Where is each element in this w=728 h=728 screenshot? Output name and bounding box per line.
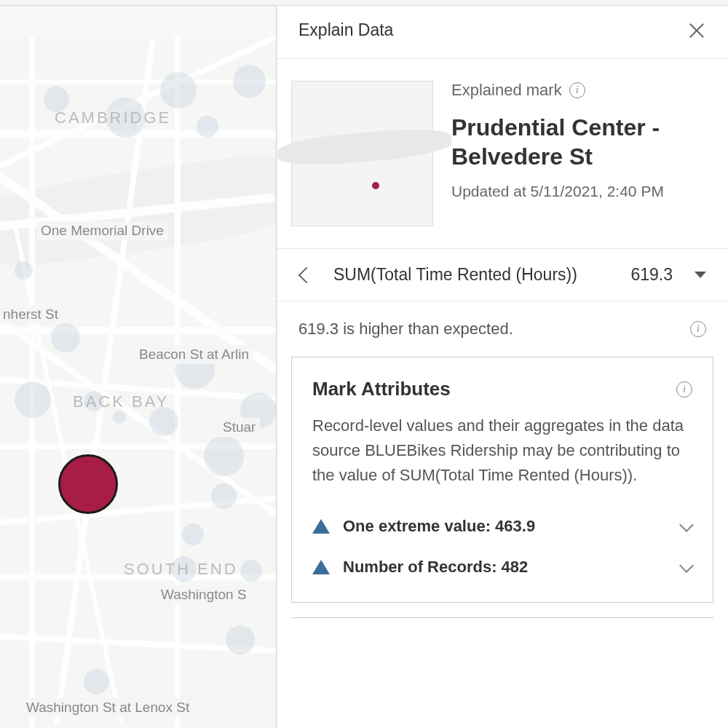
explain-data-panel: Explain Data Explained mark i Prudential… bbox=[277, 6, 728, 728]
map-label-washington: Washington S bbox=[157, 585, 251, 604]
attribute-text: One extreme value: 463.9 bbox=[343, 517, 668, 536]
selected-mark[interactable] bbox=[58, 454, 118, 514]
measure-value: 619.3 bbox=[630, 265, 673, 285]
info-icon[interactable]: i bbox=[569, 82, 585, 98]
explained-mark-label-row: Explained mark i bbox=[451, 81, 706, 100]
attribute-text: Number of Records: 482 bbox=[343, 558, 668, 577]
card-title: Mark Attributes bbox=[312, 378, 451, 400]
attribute-row-extreme-value[interactable]: One extreme value: 463.9 bbox=[312, 506, 692, 547]
explained-mark-section: Explained mark i Prudential Center - Bel… bbox=[277, 59, 728, 249]
thumbnail-mark-dot bbox=[372, 182, 379, 189]
main-area: CAMBRIDGE BACK BAY SOUTH END One Memoria… bbox=[0, 6, 728, 728]
explanation-text: 619.3 is higher than expected. bbox=[298, 320, 513, 339]
neighborhood-back-bay: BACK BAY bbox=[73, 392, 169, 411]
mark-attributes-card: Mark Attributes i Record-level values an… bbox=[291, 357, 713, 603]
close-icon[interactable] bbox=[687, 21, 706, 40]
explained-mark-label: Explained mark bbox=[451, 81, 562, 100]
mark-thumbnail[interactable] bbox=[291, 81, 433, 226]
updated-timestamp: Updated at 5/11/2021, 2:40 PM bbox=[451, 183, 706, 200]
back-icon[interactable] bbox=[298, 266, 309, 284]
explanation-summary: 619.3 is higher than expected. i bbox=[277, 301, 728, 342]
card-description: Record-level values and their aggregates… bbox=[312, 414, 692, 488]
mark-info: Explained mark i Prudential Center - Bel… bbox=[451, 81, 706, 226]
neighborhood-cambridge: CAMBRIDGE bbox=[55, 108, 171, 127]
attribute-row-record-count[interactable]: Number of Records: 482 bbox=[312, 547, 692, 587]
chevron-down-icon bbox=[681, 523, 692, 530]
panel-title: Explain Data bbox=[298, 20, 393, 40]
window-top-bar bbox=[0, 0, 728, 6]
map-label-amherst: nherst St bbox=[0, 305, 63, 324]
map-label-stuart: Stuar bbox=[218, 418, 260, 437]
neighborhood-south-end: SOUTH END bbox=[124, 560, 238, 579]
triangle-up-icon bbox=[312, 560, 330, 574]
measure-name: SUM(Total Time Rented (Hours)) bbox=[323, 265, 616, 285]
panel-header: Explain Data bbox=[277, 6, 728, 59]
map-canvas: CAMBRIDGE BACK BAY SOUTH END One Memoria… bbox=[0, 36, 276, 728]
info-icon[interactable]: i bbox=[690, 321, 706, 337]
map-visualization[interactable]: CAMBRIDGE BACK BAY SOUTH END One Memoria… bbox=[0, 6, 277, 728]
card-header: Mark Attributes i bbox=[312, 378, 692, 400]
next-card-peek bbox=[291, 617, 713, 623]
measure-selector[interactable]: SUM(Total Time Rented (Hours)) 619.3 bbox=[277, 249, 728, 301]
triangle-up-icon bbox=[312, 519, 330, 534]
map-label-beacon: Beacon St at Arlin bbox=[135, 345, 253, 364]
info-icon[interactable]: i bbox=[676, 381, 692, 397]
map-label-one-memorial: One Memorial Drive bbox=[36, 221, 168, 240]
map-label-washington-lenox: Washington St at Lenox St bbox=[22, 698, 194, 717]
chevron-down-icon bbox=[681, 563, 692, 571]
dropdown-caret-icon[interactable] bbox=[695, 272, 706, 278]
mark-name: Prudential Center - Belvedere St bbox=[451, 113, 706, 171]
